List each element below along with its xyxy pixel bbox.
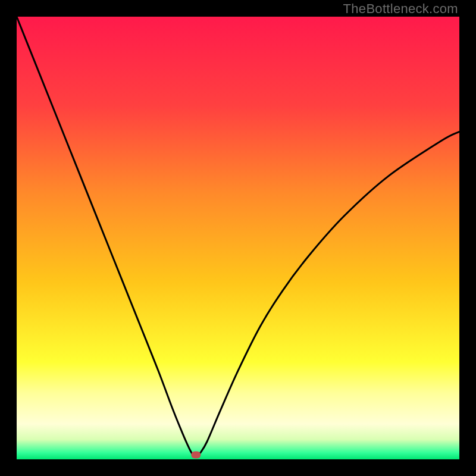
chart-frame: TheBottleneck.com: [0, 0, 476, 476]
optimal-marker: [191, 452, 201, 459]
gradient-background: [17, 17, 459, 459]
watermark-text: TheBottleneck.com: [343, 1, 458, 17]
chart-svg: [17, 17, 459, 459]
plot-area: [17, 17, 459, 459]
